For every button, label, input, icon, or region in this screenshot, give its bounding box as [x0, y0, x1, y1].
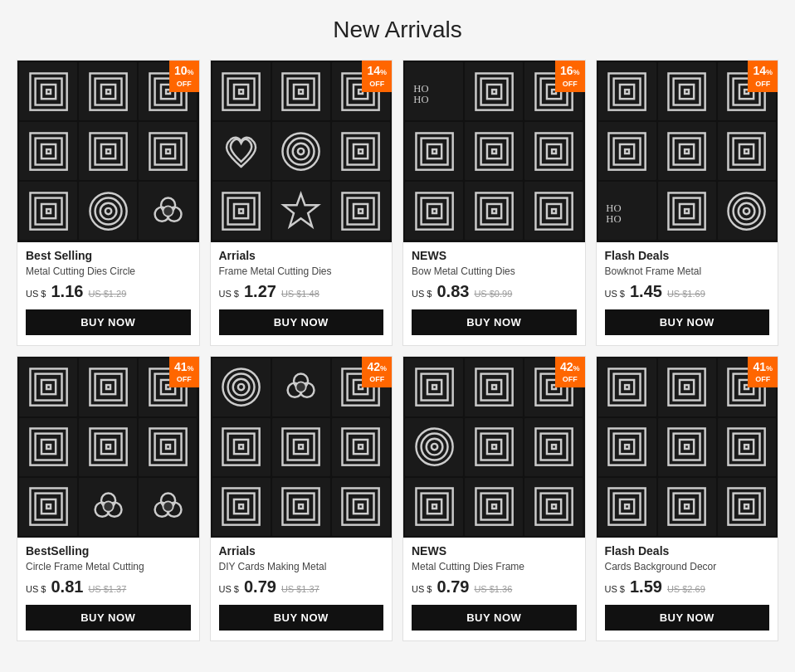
- product-card: 41%OFF: [17, 356, 200, 642]
- svg-rect-183: [234, 440, 248, 454]
- svg-rect-106: [685, 90, 689, 94]
- svg-rect-97: [547, 204, 561, 218]
- svg-rect-42: [294, 84, 308, 98]
- svg-rect-211: [487, 380, 501, 394]
- buy-now-button[interactable]: BUY NOW: [412, 605, 577, 631]
- svg-rect-17: [95, 138, 121, 164]
- buy-now-button[interactable]: BUY NOW: [605, 605, 770, 631]
- price-current: 0.79: [244, 577, 276, 597]
- svg-rect-140: [106, 385, 110, 389]
- price-old: US $0.99: [474, 289, 512, 299]
- svg-rect-101: [620, 84, 634, 98]
- buy-now-button[interactable]: BUY NOW: [26, 309, 191, 335]
- svg-rect-190: [348, 434, 374, 460]
- svg-rect-258: [674, 434, 700, 460]
- svg-rect-264: [744, 445, 749, 449]
- product-image-container: 16%OFF HO HO: [403, 61, 585, 242]
- page-title: New Arrivals: [17, 17, 778, 43]
- svg-rect-248: [685, 385, 689, 389]
- svg-rect-151: [101, 440, 115, 454]
- svg-point-131: [739, 203, 755, 220]
- price-row: US $1.59US $2.69: [605, 577, 770, 597]
- svg-rect-15: [46, 149, 51, 153]
- svg-rect-27: [46, 209, 51, 213]
- svg-rect-62: [348, 197, 374, 224]
- svg-rect-236: [492, 504, 496, 509]
- svg-rect-268: [625, 504, 629, 509]
- svg-rect-126: [674, 197, 700, 224]
- buy-now-button[interactable]: BUY NOW: [605, 309, 770, 335]
- svg-rect-121: [739, 144, 754, 158]
- svg-rect-138: [95, 374, 121, 401]
- svg-point-172: [238, 384, 244, 390]
- price-old: US $1.36: [474, 584, 512, 594]
- currency-label: US $: [412, 584, 432, 594]
- svg-rect-84: [540, 138, 567, 164]
- svg-rect-1: [35, 78, 61, 105]
- svg-rect-114: [625, 149, 629, 153]
- svg-rect-113: [620, 144, 634, 158]
- svg-rect-134: [35, 374, 61, 401]
- card-body: BestSellingCircle Frame Metal CuttingUS …: [17, 538, 199, 597]
- svg-rect-117: [680, 144, 694, 158]
- svg-rect-19: [106, 149, 110, 153]
- svg-rect-100: [614, 78, 641, 105]
- svg-rect-14: [41, 144, 55, 158]
- product-image-container: 10%OFF: [17, 61, 199, 242]
- svg-rect-259: [680, 440, 694, 454]
- currency-label: US $: [26, 289, 46, 299]
- svg-point-49: [288, 138, 315, 164]
- svg-rect-21: [154, 138, 181, 164]
- svg-rect-76: [421, 138, 447, 164]
- discount-badge: 41%OFF: [169, 357, 199, 388]
- svg-point-51: [298, 149, 304, 154]
- svg-rect-89: [427, 204, 441, 218]
- product-image-container: 41%OFF: [17, 357, 199, 538]
- svg-rect-198: [288, 494, 315, 520]
- svg-rect-199: [294, 499, 308, 514]
- svg-rect-2: [41, 84, 55, 98]
- product-image-container: 42%OFF: [403, 357, 585, 538]
- svg-rect-53: [348, 138, 374, 164]
- product-badge-label: Arrials: [219, 249, 384, 262]
- svg-rect-148: [46, 445, 51, 449]
- product-card: 10%OFF: [17, 60, 200, 346]
- product-name: Circle Frame Metal Cutting: [26, 561, 191, 572]
- svg-point-35: [163, 206, 173, 216]
- svg-rect-275: [739, 499, 754, 514]
- svg-rect-196: [239, 504, 243, 509]
- product-image-container: 14%OFF: [597, 61, 778, 242]
- svg-rect-204: [358, 504, 363, 509]
- price-row: US $1.27US $1.48: [219, 282, 384, 301]
- svg-rect-203: [354, 499, 368, 514]
- buy-now-button[interactable]: BUY NOW: [26, 605, 191, 631]
- svg-rect-271: [680, 499, 694, 514]
- svg-rect-6: [101, 84, 115, 98]
- product-name: Cards Background Decor: [605, 561, 770, 572]
- svg-rect-256: [625, 445, 629, 449]
- product-name: Metal Cutting Dies Circle: [26, 265, 191, 277]
- svg-rect-224: [492, 445, 496, 449]
- svg-rect-122: [744, 149, 749, 153]
- product-name: Frame Metal Cutting Dies: [219, 265, 384, 277]
- svg-rect-63: [354, 204, 368, 218]
- svg-rect-247: [680, 380, 694, 394]
- svg-rect-270: [674, 494, 700, 520]
- svg-rect-195: [234, 499, 248, 514]
- price-old: US $1.29: [88, 289, 126, 299]
- svg-rect-239: [547, 499, 561, 514]
- currency-label: US $: [605, 289, 625, 299]
- svg-rect-240: [552, 504, 556, 509]
- svg-rect-276: [744, 504, 749, 509]
- svg-rect-26: [41, 204, 55, 218]
- buy-now-button[interactable]: BUY NOW: [219, 309, 384, 335]
- card-body: NEWSBow Metal Cutting DiesUS $0.83US $0.…: [403, 242, 585, 301]
- svg-rect-37: [228, 78, 255, 105]
- svg-rect-77: [427, 144, 441, 158]
- buy-now-button[interactable]: BUY NOW: [219, 605, 384, 631]
- product-badge-label: NEWS: [412, 544, 577, 558]
- discount-badge: 42%OFF: [362, 357, 392, 388]
- buy-now-button[interactable]: BUY NOW: [412, 309, 577, 335]
- svg-rect-78: [432, 149, 437, 153]
- svg-rect-158: [35, 494, 61, 520]
